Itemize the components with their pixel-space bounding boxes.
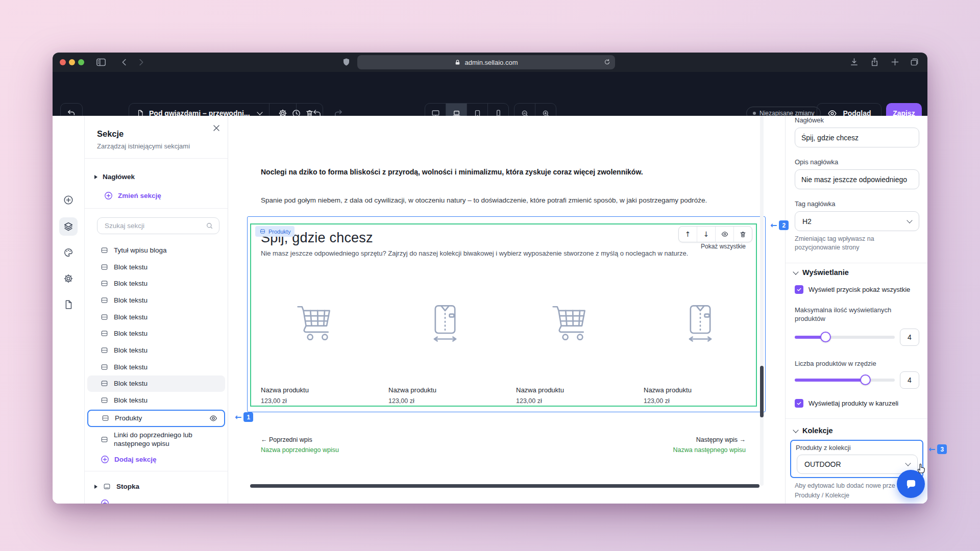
collection-select[interactable]: OUTDOOR — [797, 455, 918, 474]
heading-input[interactable] — [795, 128, 919, 147]
product-grid: Nazwa produktu 123,00 zł Nazwa produktu … — [261, 297, 757, 405]
search-input[interactable] — [104, 221, 205, 230]
product-price: 123,00 zł — [388, 397, 502, 405]
plus-circle-icon — [104, 191, 113, 201]
section-search[interactable] — [97, 217, 219, 234]
toggle-visibility-button[interactable] — [716, 227, 734, 242]
section-row[interactable]: Blok tekstu — [87, 375, 225, 392]
product-name: Nazwa produktu — [388, 386, 502, 394]
intro-bold-text: Noclegi na dziko to forma bliskości z pr… — [261, 168, 761, 176]
tag-select[interactable]: H2 — [795, 211, 919, 231]
per-row-label: Liczba produktów w rzędzie — [795, 360, 876, 367]
chevron-down-icon — [793, 269, 798, 274]
section-icon — [100, 379, 109, 388]
plus-circle-icon — [100, 498, 110, 504]
privacy-shield-icon[interactable] — [341, 57, 351, 69]
carousel-checkbox-row[interactable]: Wyświetlaj produkty w karuzeli — [795, 399, 898, 408]
section-row[interactable]: Tytuł wpisu bloga — [87, 242, 225, 259]
section-row[interactable]: Blok tekstu — [87, 292, 225, 309]
section-list: Tytuł wpisu bloga Blok tekstu Blok tekst… — [87, 242, 225, 452]
minimize-window-button[interactable] — [69, 59, 75, 65]
add-section-link[interactable]: Dodaj sekcję — [100, 455, 157, 464]
sections-nav-button[interactable] — [59, 217, 78, 236]
description-input[interactable] — [795, 169, 919, 189]
max-products-label: Maksymalna ilość wyświetlanych produktów — [795, 306, 915, 323]
display-section-header[interactable]: Wyświetlanie — [794, 268, 849, 277]
canvas-horizontal-scrollbar[interactable] — [250, 484, 760, 488]
close-panel-button[interactable] — [211, 123, 222, 133]
header-group-row[interactable]: Nagłówek — [94, 173, 135, 181]
section-row[interactable]: Blok tekstu — [87, 325, 225, 342]
browser-titlebar: admin.sellaio.com — [53, 53, 927, 72]
sidebar-toggle-icon[interactable] — [95, 57, 107, 68]
theme-nav-button[interactable] — [59, 243, 78, 262]
eye-icon[interactable] — [209, 414, 218, 423]
product-card[interactable]: Nazwa produktu 123,00 zł — [388, 297, 502, 405]
section-row-produkty-selected[interactable]: Produkty — [87, 410, 225, 427]
product-name: Nazwa produktu — [644, 386, 757, 394]
product-card[interactable]: Nazwa produktu 123,00 zł — [644, 297, 757, 405]
tab-overview-icon[interactable] — [909, 57, 920, 67]
collection-label: Produkty z kolekcji — [796, 444, 851, 452]
settings-nav-button[interactable] — [59, 269, 78, 288]
close-window-button[interactable] — [60, 59, 66, 65]
tag-help-text: Zmieniając tag wpływasz na pozycjonowani… — [795, 235, 917, 252]
product-price: 123,00 zł — [644, 397, 757, 405]
section-icon — [100, 246, 109, 255]
per-row-value[interactable]: 4 — [900, 371, 919, 389]
downloads-icon[interactable] — [849, 57, 860, 67]
chevron-down-icon — [257, 109, 262, 115]
show-all-checkbox-row[interactable]: Wyświetl przycisk pokaż wszystkie — [795, 285, 910, 294]
collections-section-header[interactable]: Kolekcje — [794, 427, 833, 435]
section-subheading[interactable]: Nie masz jeszcze odpowiedniego sprzętu? … — [261, 249, 736, 257]
lock-icon — [454, 59, 461, 66]
footer-group-row[interactable]: Stopka — [94, 482, 139, 491]
next-post-link[interactable]: Następny wpis → Nazwa następnego wpisu — [261, 436, 746, 454]
forward-nav-icon[interactable] — [135, 57, 146, 68]
address-bar[interactable]: admin.sellaio.com — [357, 55, 615, 69]
section-row[interactable]: Blok tekstu — [87, 259, 225, 276]
section-icon — [100, 313, 109, 321]
section-row[interactable]: Blok tekstu — [87, 342, 225, 359]
back-nav-icon[interactable] — [119, 57, 130, 68]
section-row[interactable]: Blok tekstu — [87, 392, 225, 409]
palette-icon — [63, 247, 74, 258]
shirt-icon — [644, 297, 757, 345]
move-down-button[interactable]: ↓ — [697, 227, 716, 242]
hand-cursor — [914, 461, 927, 476]
zoom-window-button[interactable] — [78, 59, 84, 65]
slider-track[interactable] — [795, 379, 895, 382]
add-element-nav-button[interactable] — [59, 191, 78, 209]
left-icon-rail — [53, 116, 85, 504]
product-card[interactable]: Nazwa produktu 123,00 zł — [516, 297, 629, 405]
scrollbar-thumb[interactable] — [760, 366, 764, 417]
reload-icon[interactable] — [603, 58, 611, 66]
section-row[interactable]: Blok tekstu — [87, 275, 225, 292]
section-row[interactable]: Blok tekstu — [87, 309, 225, 325]
triangle-right-icon — [94, 175, 97, 179]
checkbox-checked[interactable] — [795, 285, 803, 294]
change-section-link[interactable]: Zmień sekcję — [104, 191, 161, 201]
product-price: 123,00 zł — [261, 397, 374, 405]
check-icon — [796, 287, 802, 292]
search-icon — [205, 221, 214, 230]
product-card[interactable]: Nazwa produktu 123,00 zł — [261, 297, 374, 405]
change-footer-link-clipped[interactable] — [100, 498, 110, 504]
browser-window: admin.sellaio.com Pod gwiazdami – przewo… — [53, 53, 927, 504]
max-products-value[interactable]: 4 — [900, 329, 919, 346]
share-icon[interactable] — [869, 57, 880, 67]
slider-thumb[interactable] — [860, 374, 871, 385]
new-tab-icon[interactable] — [890, 57, 900, 67]
move-up-button[interactable]: ↑ — [679, 227, 697, 242]
pages-nav-button[interactable] — [59, 295, 78, 314]
slider-thumb[interactable] — [820, 332, 831, 342]
checkbox-checked[interactable] — [795, 399, 803, 408]
section-row[interactable]: Blok tekstu — [87, 359, 225, 375]
canvas-vertical-scrollbar[interactable] — [760, 116, 764, 486]
section-row-links[interactable]: Linki do poprzedniego lubnastępnego wpis… — [87, 428, 225, 452]
close-icon — [211, 123, 222, 133]
delete-section-button[interactable] — [734, 227, 752, 242]
annotation-step-2: ← 2 — [770, 220, 789, 230]
slider-track[interactable] — [795, 336, 895, 339]
section-icon — [100, 396, 109, 405]
